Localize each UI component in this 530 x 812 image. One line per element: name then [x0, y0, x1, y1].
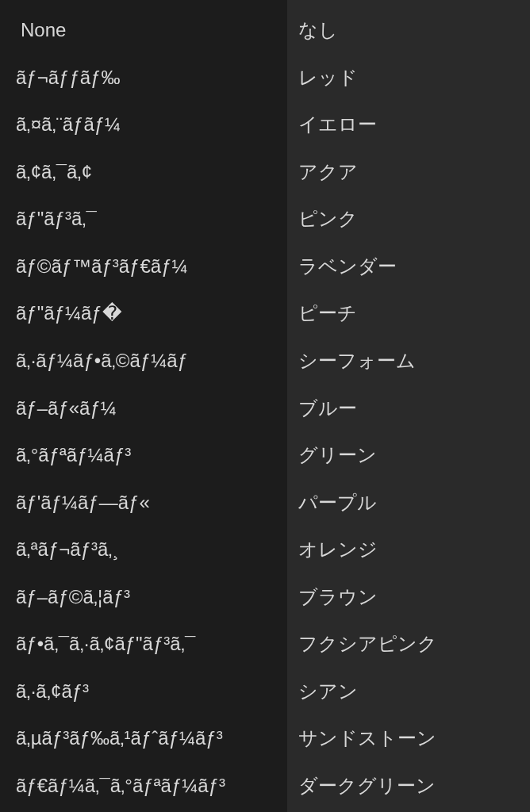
list-item: ãƒ"ãƒ³ã‚¯ [16, 208, 287, 231]
list-item: シアン [298, 680, 530, 703]
list-item: ブラウン [298, 586, 530, 609]
list-item: ãƒ€ãƒ¼ã‚¯ã‚°ãƒªãƒ¼ãƒ³ [16, 775, 287, 798]
list-item: ã‚¢ã‚¯ã‚¢ [16, 161, 287, 184]
list-item: アクア [298, 161, 530, 184]
list-item: ピーチ [298, 302, 530, 325]
list-item: ãƒ'ãƒ¼ãƒ—ãƒ« [16, 492, 287, 515]
list-item: シーフォーム [298, 350, 530, 373]
list-item: ラベンダー [298, 255, 530, 278]
list-item: ãƒ–ãƒ©ã‚¦ãƒ³ [16, 586, 287, 609]
list-item: ブルー [298, 397, 530, 420]
list-item: サンドストーン [298, 727, 530, 750]
list-item: ãƒ¬ãƒƒãƒ‰ [16, 67, 287, 90]
list-item: ダークグリーン [298, 775, 530, 798]
list-item: ã‚·ã‚¢ãƒ³ [16, 680, 287, 703]
list-item: ã‚°ãƒªãƒ¼ãƒ³ [16, 444, 287, 467]
list-item: ピンク [298, 208, 530, 231]
list-item: オレンジ [298, 538, 530, 561]
list-item: ã‚¤ã‚¨ãƒãƒ¼ [16, 113, 287, 136]
list-item: パープル [298, 492, 530, 515]
list-item: グリーン [298, 444, 530, 467]
right-column: なし レッド イエロー アクア ピンク ラベンダー ピーチ シーフォーム ブルー… [287, 0, 530, 812]
list-item: イエロー [298, 113, 530, 136]
list-item: なし [298, 19, 530, 42]
list-item: ãƒ©ãƒ™ãƒ³ãƒ€ãƒ¼ [16, 255, 287, 278]
list-item: ãƒ"ãƒ¼ãƒ� [16, 302, 287, 325]
list-item: ã‚µãƒ³ãƒ‰ã‚¹ãƒˆãƒ¼ãƒ³ [16, 727, 287, 750]
list-item: ãƒ–ãƒ«ãƒ¼ [16, 397, 287, 420]
list-item: ã‚·ãƒ¼ãƒ•ã‚©ãƒ¼ãƒ [16, 350, 287, 373]
list-item: フクシアピンク [298, 633, 530, 656]
left-column: None ãƒ¬ãƒƒãƒ‰ ã‚¤ã‚¨ãƒãƒ¼ ã‚¢ã‚¯ã‚¢ ãƒ"… [0, 0, 287, 812]
list-item: レッド [298, 67, 530, 90]
list-item: ãƒ•ã‚¯ã‚·ã‚¢ãƒ"ãƒ³ã‚¯ [16, 633, 287, 656]
list-item: None [16, 19, 287, 42]
list-item: ã‚ªãƒ¬ãƒ³ã‚¸ [16, 538, 287, 561]
